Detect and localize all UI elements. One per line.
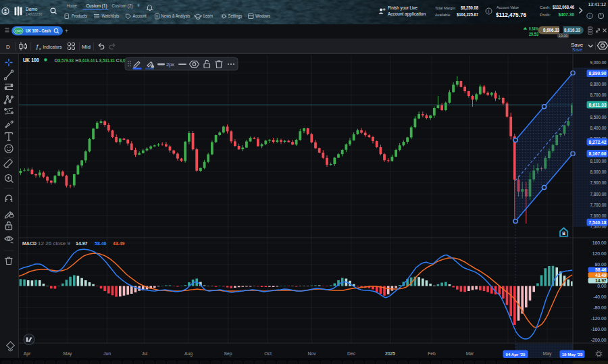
svg-text:8,000.00: 8,000.00 <box>590 170 607 174</box>
svg-text:0.00: 0.00 <box>597 284 606 288</box>
svg-text:Account Value: Account Value <box>497 5 519 9</box>
svg-text:H: H <box>76 58 79 63</box>
svg-text:-200.00: -200.00 <box>590 338 606 342</box>
svg-text:Home: Home <box>67 3 77 8</box>
svg-text:Cash:: Cash: <box>540 5 551 9</box>
svg-text:$407.30: $407.30 <box>559 12 575 18</box>
svg-text:8,100.00: 8,100.00 <box>590 159 607 163</box>
svg-text:8,800.00: 8,800.00 <box>590 82 607 86</box>
svg-text:-80.00: -80.00 <box>593 305 606 310</box>
svg-text:Products: Products <box>72 14 87 18</box>
svg-text:$104,225.67: $104,225.67 <box>457 12 478 18</box>
svg-text:D: D <box>6 44 10 50</box>
svg-text:Custom (2): Custom (2) <box>112 3 133 9</box>
svg-text:Nov: Nov <box>307 351 316 356</box>
svg-text:80.00: 80.00 <box>594 262 606 267</box>
svg-text:Aug: Aug <box>184 351 193 357</box>
svg-text:8,167.66: 8,167.66 <box>589 151 607 157</box>
svg-text:Jul: Jul <box>142 351 148 356</box>
svg-text:Learn: Learn <box>203 14 213 18</box>
svg-text:7,540.18: 7,540.18 <box>589 220 607 226</box>
svg-text:Account application: Account application <box>388 11 426 17</box>
svg-text:Windows: Windows <box>255 14 270 18</box>
svg-text:9,000.00: 9,000.00 <box>590 60 607 65</box>
svg-text:7,600.00: 7,600.00 <box>590 213 607 218</box>
svg-text:Dec: Dec <box>347 351 356 356</box>
svg-text:8,272.42: 8,272.42 <box>589 140 607 145</box>
svg-text:43.49: 43.49 <box>595 273 607 278</box>
svg-text:8,616.33: 8,616.33 <box>564 28 580 33</box>
svg-text:Available:: Available: <box>435 12 451 17</box>
svg-text:8,606.33: 8,606.33 <box>543 28 559 33</box>
svg-text:19 May '25: 19 May '25 <box>562 352 583 357</box>
svg-text:13:41:12: 13:41:12 <box>588 2 607 7</box>
svg-text:CFD: CFD <box>15 30 22 33</box>
svg-text:-160.00: -160.00 <box>590 327 606 332</box>
svg-text:7,900.00: 7,900.00 <box>590 180 607 185</box>
svg-text:Profit:: Profit: <box>540 12 551 17</box>
svg-text:i: i <box>589 14 590 18</box>
svg-text:Total Margin:: Total Margin: <box>435 5 456 10</box>
svg-text:Finish your Live: Finish your Live <box>388 5 417 11</box>
svg-text:O: O <box>55 58 58 63</box>
svg-text:$8,250.08: $8,250.08 <box>461 5 478 11</box>
svg-text:+: + <box>136 2 140 9</box>
svg-text:2025: 2025 <box>385 351 395 356</box>
svg-text:29.53: 29.53 <box>529 32 538 36</box>
svg-text:Mid: Mid <box>82 44 91 50</box>
svg-text:7,800.00: 7,800.00 <box>590 192 607 197</box>
svg-text:Watchlists: Watchlists <box>102 14 120 18</box>
svg-text:8,619.44: 8,619.44 <box>79 58 95 63</box>
svg-text:Feb: Feb <box>428 351 436 356</box>
svg-text:14822236: 14822236 <box>26 12 42 16</box>
svg-text:-40.00: -40.00 <box>593 294 606 299</box>
svg-text:8,611.33: 8,611.33 <box>589 103 607 108</box>
svg-text:MACD: MACD <box>22 241 36 246</box>
svg-text:Indicators: Indicators <box>43 44 62 50</box>
svg-text:May: May <box>543 351 552 357</box>
svg-text:Demo: Demo <box>26 7 38 11</box>
svg-text:Custom (1): Custom (1) <box>86 3 107 9</box>
svg-text:58.46: 58.46 <box>595 267 607 272</box>
svg-text:i: i <box>488 9 489 14</box>
svg-text:8,899.90: 8,899.90 <box>589 71 607 76</box>
svg-text:Settings: Settings <box>228 14 243 19</box>
svg-text:8,700.00: 8,700.00 <box>590 93 607 97</box>
svg-text:+: + <box>65 27 69 34</box>
svg-text:8,579.83: 8,579.83 <box>58 58 74 63</box>
svg-text:Account: Account <box>133 14 147 18</box>
svg-text:UK 100 - Cash: UK 100 - Cash <box>26 28 51 33</box>
svg-text:L: L <box>96 58 99 63</box>
svg-text:-120.00: -120.00 <box>590 316 606 321</box>
svg-text:Apr: Apr <box>24 351 31 357</box>
svg-text:04 Apr '25: 04 Apr '25 <box>505 352 526 357</box>
svg-text:UK 100: UK 100 <box>23 57 39 63</box>
svg-text:$112,475.76: $112,475.76 <box>496 11 526 18</box>
svg-text:43.49: 43.49 <box>113 241 125 246</box>
svg-text:x: x <box>39 47 41 51</box>
svg-text:8,531.81: 8,531.81 <box>99 58 115 63</box>
svg-text:News & Analysis: News & Analysis <box>161 14 191 19</box>
svg-text:160.00: 160.00 <box>592 240 607 245</box>
svg-text:$112,068.46: $112,068.46 <box>553 5 574 10</box>
svg-text:Sep: Sep <box>224 351 232 357</box>
svg-text:58.46: 58.46 <box>95 241 107 246</box>
svg-text:8,500.00: 8,500.00 <box>590 115 607 120</box>
svg-text:0.34%: 0.34% <box>529 26 538 31</box>
svg-text:120.00: 120.00 <box>592 251 607 256</box>
svg-text:C: C <box>116 58 120 63</box>
svg-text:14.97: 14.97 <box>76 241 88 246</box>
svg-text:8,400.00: 8,400.00 <box>590 126 607 130</box>
svg-text:B: B <box>562 231 565 236</box>
svg-text:12 26 close 9: 12 26 close 9 <box>38 241 70 246</box>
svg-text:14.97: 14.97 <box>595 278 607 283</box>
svg-text:Oct: Oct <box>264 351 272 356</box>
svg-text:Jun: Jun <box>103 351 111 356</box>
svg-text:7,700.00: 7,700.00 <box>590 203 607 207</box>
svg-text:2px: 2px <box>166 61 174 68</box>
svg-text:10.00: 10.00 <box>559 34 568 38</box>
svg-text:Mar: Mar <box>466 351 474 356</box>
svg-text:May: May <box>64 351 72 357</box>
svg-text:Save: Save <box>572 47 582 52</box>
